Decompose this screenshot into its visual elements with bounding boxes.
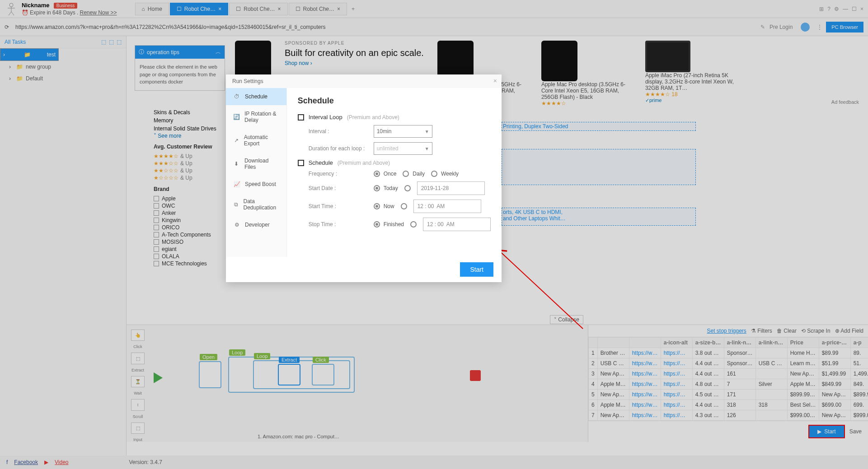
stop-time-label: Stop Time : xyxy=(309,221,367,228)
modal-start-button[interactable]: Start xyxy=(460,262,493,277)
radio-icon xyxy=(401,203,407,209)
frequency-once[interactable]: Once xyxy=(374,171,397,177)
interval-label: Interval : xyxy=(309,128,367,135)
modal-close-button[interactable]: × xyxy=(493,77,497,84)
duration-label: Duration for each loop : xyxy=(309,145,367,152)
premium-note: (Premium and Above) xyxy=(347,114,399,121)
modal-nav-schedule[interactable]: ⏱Schedule xyxy=(226,88,286,105)
run-settings-modal: Run Settings × ⏱Schedule 🔄IP Rotation & … xyxy=(226,74,502,282)
radio-icon xyxy=(404,185,411,191)
download-icon: ⬇ xyxy=(233,161,240,167)
start-date-input[interactable] xyxy=(417,181,485,195)
dedup-icon: ⧉ xyxy=(233,201,239,208)
gear-icon: ⚙ xyxy=(233,222,240,228)
schedule-checkbox[interactable] xyxy=(298,160,304,166)
radio-icon xyxy=(403,171,409,177)
radio-icon xyxy=(374,221,380,228)
speed-icon: 📈 xyxy=(233,181,240,187)
modal-nav-ip[interactable]: 🔄IP Rotation & Delay xyxy=(226,105,286,129)
radio-icon xyxy=(374,203,380,209)
frequency-label: Frequency : xyxy=(309,171,367,177)
start-date-label: Start Date : xyxy=(309,185,367,191)
stop-time-finished[interactable]: Finished xyxy=(374,221,404,228)
stop-time-custom[interactable] xyxy=(410,221,417,228)
clock-icon: ⏱ xyxy=(233,93,240,100)
modal-heading: Schedule xyxy=(298,96,491,106)
interval-loop-checkbox[interactable] xyxy=(298,114,304,121)
premium-note: (Premium and Above) xyxy=(338,160,390,166)
frequency-daily[interactable]: Daily xyxy=(403,171,425,177)
start-time-input[interactable] xyxy=(413,200,481,213)
modal-nav-dev[interactable]: ⚙Developer xyxy=(226,216,286,233)
duration-select[interactable]: unlimited▼ xyxy=(374,142,432,155)
interval-loop-label: Interval Loop xyxy=(309,114,343,121)
chevron-down-icon: ▼ xyxy=(425,129,429,134)
modal-nav-speed[interactable]: 📈Speed Boost xyxy=(226,176,286,193)
chevron-down-icon: ▼ xyxy=(425,146,429,151)
start-time-custom[interactable] xyxy=(401,203,407,209)
radio-icon xyxy=(374,185,380,191)
frequency-weekly[interactable]: Weekly xyxy=(431,171,459,177)
start-date-today[interactable]: Today xyxy=(374,185,398,191)
modal-title: Run Settings xyxy=(226,74,502,88)
radio-icon xyxy=(431,171,437,177)
start-time-now[interactable]: Now xyxy=(374,203,394,209)
radio-icon xyxy=(410,221,417,228)
interval-select[interactable]: 10min▼ xyxy=(374,125,432,138)
radio-icon xyxy=(374,171,380,177)
start-date-custom[interactable] xyxy=(404,185,411,191)
rotation-icon: 🔄 xyxy=(233,114,240,120)
start-time-label: Start Time : xyxy=(309,203,367,209)
export-icon: ↗ xyxy=(233,137,239,144)
schedule-label: Schedule xyxy=(309,159,333,166)
stop-time-input[interactable] xyxy=(423,218,491,231)
modal-nav-export[interactable]: ↗Automatic Export xyxy=(226,129,286,152)
modal-nav-dedup[interactable]: ⧉Data Deduplication xyxy=(226,193,286,216)
modal-nav-download[interactable]: ⬇Download Files xyxy=(226,152,286,176)
